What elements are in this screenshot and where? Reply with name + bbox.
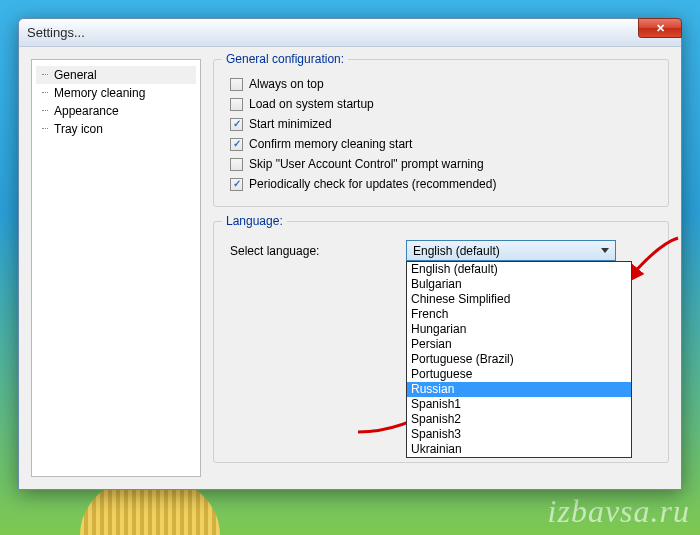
option-load-on-startup[interactable]: Load on system startup <box>226 94 656 114</box>
option-check-updates[interactable]: Periodically check for updates (recommen… <box>226 174 656 194</box>
language-option[interactable]: Hungarian <box>407 322 631 337</box>
language-option[interactable]: Portuguese <box>407 367 631 382</box>
option-skip-uac[interactable]: Skip "User Account Control" prompt warni… <box>226 154 656 174</box>
option-label: Skip "User Account Control" prompt warni… <box>249 157 484 171</box>
language-option[interactable]: Bulgarian <box>407 277 631 292</box>
language-option[interactable]: Chinese Simplified <box>407 292 631 307</box>
general-config-group: General configuration: Always on top Loa… <box>213 59 669 207</box>
language-option[interactable]: Ukrainian <box>407 442 631 457</box>
language-option[interactable]: Portuguese (Brazil) <box>407 352 631 367</box>
checkbox[interactable] <box>230 118 243 131</box>
language-option[interactable]: Persian <box>407 337 631 352</box>
chevron-down-icon <box>597 242 613 259</box>
option-always-on-top[interactable]: Always on top <box>226 74 656 94</box>
select-language-label: Select language: <box>230 244 390 258</box>
option-label: Periodically check for updates (recommen… <box>249 177 496 191</box>
language-group-title: Language: <box>222 214 287 228</box>
general-group-title: General configuration: <box>222 52 348 66</box>
titlebar[interactable]: Settings... ✕ <box>19 19 681 47</box>
tree-item-memory-cleaning[interactable]: Memory cleaning <box>36 84 196 102</box>
combo-selected-value: English (default) <box>413 244 500 258</box>
checkbox[interactable] <box>230 98 243 111</box>
checkbox[interactable] <box>230 78 243 91</box>
close-button[interactable]: ✕ <box>638 18 682 38</box>
language-option[interactable]: Spanish2 <box>407 412 631 427</box>
option-label: Start minimized <box>249 117 332 131</box>
checkbox[interactable] <box>230 138 243 151</box>
language-option[interactable]: Russian <box>407 382 631 397</box>
option-label: Confirm memory cleaning start <box>249 137 412 151</box>
language-option[interactable]: English (default) <box>407 262 631 277</box>
language-option[interactable]: Spanish1 <box>407 397 631 412</box>
language-group: Language: Select language: English (defa… <box>213 221 669 463</box>
language-dropdown-list: English (default)BulgarianChinese Simpli… <box>406 261 632 458</box>
option-label: Load on system startup <box>249 97 374 111</box>
tree-item-general[interactable]: General <box>36 66 196 84</box>
option-confirm-cleaning[interactable]: Confirm memory cleaning start <box>226 134 656 154</box>
language-option[interactable]: Spanish3 <box>407 427 631 442</box>
window-body: General Memory cleaning Appearance Tray … <box>19 47 681 489</box>
content-panel: General configuration: Always on top Loa… <box>213 59 669 477</box>
watermark: izbavsa.ru <box>548 493 690 530</box>
language-option[interactable]: French <box>407 307 631 322</box>
option-start-minimized[interactable]: Start minimized <box>226 114 656 134</box>
close-icon: ✕ <box>656 22 665 35</box>
checkbox[interactable] <box>230 158 243 171</box>
settings-window: Settings... ✕ General Memory cleaning Ap… <box>18 18 682 490</box>
language-combobox[interactable]: English (default) English (default)Bulga… <box>406 240 616 261</box>
tree-item-tray-icon[interactable]: Tray icon <box>36 120 196 138</box>
window-title: Settings... <box>27 25 85 40</box>
tree-item-appearance[interactable]: Appearance <box>36 102 196 120</box>
option-label: Always on top <box>249 77 324 91</box>
checkbox[interactable] <box>230 178 243 191</box>
nav-tree: General Memory cleaning Appearance Tray … <box>31 59 201 477</box>
